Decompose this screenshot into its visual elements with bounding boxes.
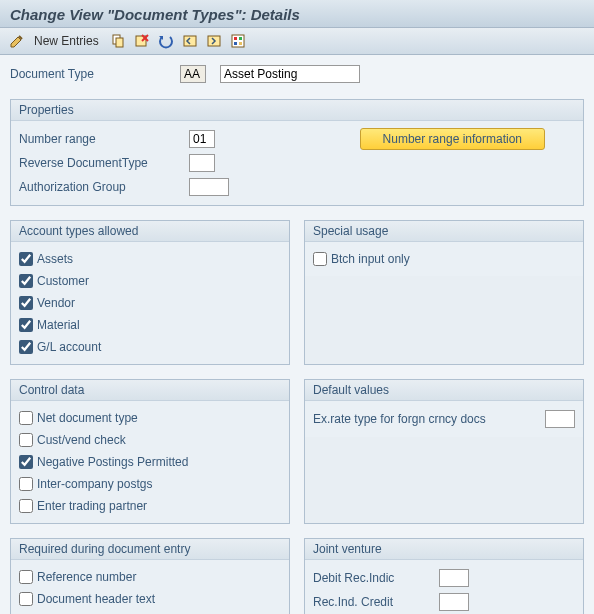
joint-venture-title: Joint venture xyxy=(305,539,583,560)
export-icon[interactable] xyxy=(229,32,247,50)
doc-type-row: Document Type xyxy=(10,65,584,83)
svg-rect-5 xyxy=(232,35,244,47)
properties-group: Properties Number range Number range inf… xyxy=(10,99,584,206)
account-type-checkbox[interactable] xyxy=(19,252,33,266)
next-icon[interactable] xyxy=(205,32,223,50)
account-types-title: Account types allowed xyxy=(11,221,289,242)
debit-input[interactable] xyxy=(439,569,469,587)
account-type-label: Customer xyxy=(37,274,89,288)
credit-input[interactable] xyxy=(439,593,469,611)
ex-rate-input[interactable] xyxy=(545,410,575,428)
copy-icon[interactable] xyxy=(109,32,127,50)
account-type-row: Customer xyxy=(19,270,281,292)
required-label: Reference number xyxy=(37,570,136,584)
special-usage-group: Special usage Btch input only xyxy=(304,220,584,365)
account-type-checkbox[interactable] xyxy=(19,274,33,288)
account-type-label: Material xyxy=(37,318,80,332)
debit-label: Debit Rec.Indic xyxy=(313,571,433,585)
auth-label: Authorization Group xyxy=(19,180,189,194)
doc-type-code-input[interactable] xyxy=(180,65,206,83)
default-values-group: Default values Ex.rate type for forgn cr… xyxy=(304,379,584,524)
account-type-label: Assets xyxy=(37,252,73,266)
control-data-row: Enter trading partner xyxy=(19,495,281,517)
new-entries-button[interactable]: New Entries xyxy=(34,34,99,48)
special-usage-checkbox[interactable] xyxy=(313,252,327,266)
ex-rate-label: Ex.rate type for forgn crncy docs xyxy=(313,412,539,426)
default-values-title: Default values xyxy=(305,380,583,401)
control-data-checkbox[interactable] xyxy=(19,455,33,469)
title-bar: Change View "Document Types": Details xyxy=(0,0,594,28)
svg-rect-8 xyxy=(234,42,237,45)
control-data-title: Control data xyxy=(11,380,289,401)
svg-rect-9 xyxy=(239,42,242,45)
doc-type-desc-input[interactable] xyxy=(220,65,360,83)
special-usage-row: Btch input only xyxy=(313,248,575,270)
required-row: Document header text xyxy=(19,588,281,610)
control-data-row: Inter-company postgs xyxy=(19,473,281,495)
undo-icon[interactable] xyxy=(157,32,175,50)
special-usage-label: Btch input only xyxy=(331,252,410,266)
control-data-label: Cust/vend check xyxy=(37,433,126,447)
number-range-input[interactable] xyxy=(189,130,215,148)
special-usage-title: Special usage xyxy=(305,221,583,242)
account-type-row: Material xyxy=(19,314,281,336)
svg-rect-1 xyxy=(116,38,123,47)
control-data-checkbox[interactable] xyxy=(19,499,33,513)
required-checkbox[interactable] xyxy=(19,570,33,584)
account-type-checkbox[interactable] xyxy=(19,296,33,310)
required-label: Document header text xyxy=(37,592,155,606)
doc-type-label: Document Type xyxy=(10,67,180,81)
edit-icon[interactable] xyxy=(8,32,26,50)
required-row: Reference number xyxy=(19,566,281,588)
account-type-row: Assets xyxy=(19,248,281,270)
prev-icon[interactable] xyxy=(181,32,199,50)
account-type-label: G/L account xyxy=(37,340,101,354)
auth-input[interactable] xyxy=(189,178,229,196)
reverse-input[interactable] xyxy=(189,154,215,172)
toolbar: New Entries xyxy=(0,28,594,55)
delete-icon[interactable] xyxy=(133,32,151,50)
account-type-checkbox[interactable] xyxy=(19,340,33,354)
control-data-row: Cust/vend check xyxy=(19,429,281,451)
control-data-group: Control data Net document typeCust/vend … xyxy=(10,379,290,524)
account-type-checkbox[interactable] xyxy=(19,318,33,332)
joint-venture-group: Joint venture Debit Rec.Indic Rec.Ind. C… xyxy=(304,538,584,614)
account-type-row: G/L account xyxy=(19,336,281,358)
number-range-info-button[interactable]: Number range information xyxy=(360,128,545,150)
svg-rect-7 xyxy=(239,37,242,40)
control-data-row: Net document type xyxy=(19,407,281,429)
svg-rect-6 xyxy=(234,37,237,40)
number-range-label: Number range xyxy=(19,132,189,146)
account-types-group: Account types allowed AssetsCustomerVend… xyxy=(10,220,290,365)
control-data-label: Enter trading partner xyxy=(37,499,147,513)
page-title: Change View "Document Types": Details xyxy=(10,6,584,23)
control-data-label: Net document type xyxy=(37,411,138,425)
control-data-checkbox[interactable] xyxy=(19,433,33,447)
properties-title: Properties xyxy=(11,100,583,121)
content-area: Document Type Properties Number range Nu… xyxy=(0,55,594,614)
required-group: Required during document entry Reference… xyxy=(10,538,290,614)
reverse-label: Reverse DocumentType xyxy=(19,156,189,170)
control-data-row: Negative Postings Permitted xyxy=(19,451,281,473)
required-title: Required during document entry xyxy=(11,539,289,560)
svg-rect-3 xyxy=(184,36,196,46)
control-data-label: Negative Postings Permitted xyxy=(37,455,188,469)
required-checkbox[interactable] xyxy=(19,592,33,606)
control-data-checkbox[interactable] xyxy=(19,477,33,491)
account-type-label: Vendor xyxy=(37,296,75,310)
credit-label: Rec.Ind. Credit xyxy=(313,595,433,609)
account-type-row: Vendor xyxy=(19,292,281,314)
control-data-checkbox[interactable] xyxy=(19,411,33,425)
control-data-label: Inter-company postgs xyxy=(37,477,152,491)
